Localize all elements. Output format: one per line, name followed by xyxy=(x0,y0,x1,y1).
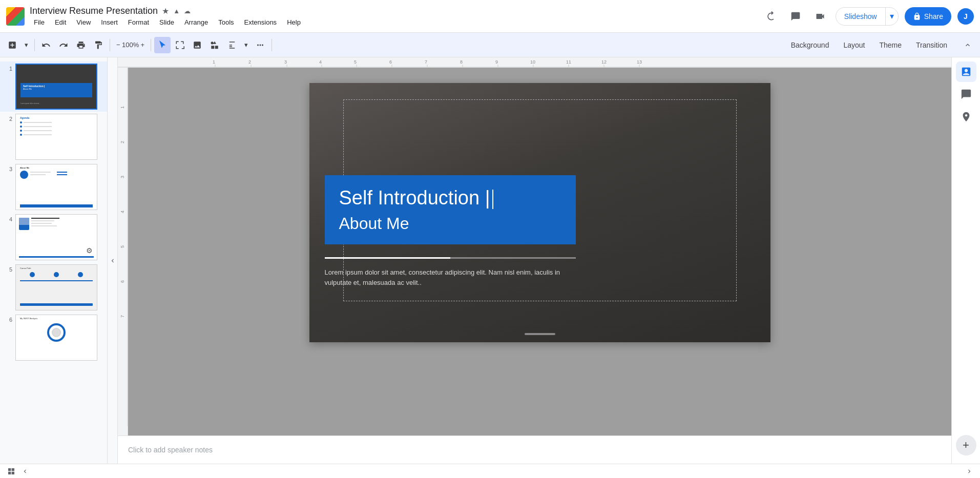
slide-thumb-2[interactable]: Agenda xyxy=(15,114,97,160)
google-slides-logo[interactable] xyxy=(6,7,25,26)
svg-text:11: 11 xyxy=(566,59,571,65)
redo-button[interactable] xyxy=(55,37,72,53)
transition-button[interactable]: Transition xyxy=(910,37,953,53)
select-tool-button[interactable] xyxy=(172,37,188,53)
slide-item-1[interactable]: 1 Self Introduction | About Me Lorem ips… xyxy=(0,61,107,112)
slide-thumb-3[interactable]: About Me xyxy=(15,164,97,210)
drive-icon[interactable]: ▲ xyxy=(173,7,180,15)
menu-edit[interactable]: Edit xyxy=(51,17,70,27)
insert-image-button[interactable] xyxy=(189,37,205,53)
present-button[interactable] xyxy=(811,7,829,26)
expand-panel-button[interactable] xyxy=(963,467,976,476)
svg-text:1: 1 xyxy=(213,59,215,65)
collapse-panel-button[interactable] xyxy=(108,57,118,464)
slide-item-3[interactable]: 3 About Me xyxy=(0,162,107,212)
collapse-filmstrip-button[interactable] xyxy=(18,467,32,476)
share-button[interactable]: Share xyxy=(905,7,951,26)
slideshow-button[interactable]: Slideshow ▾ xyxy=(836,7,899,26)
slide-thumb-1[interactable]: Self Introduction | About Me Lorem ipsum… xyxy=(15,64,97,110)
menu-bar: File Edit View Insert Format Slide Arran… xyxy=(30,17,762,27)
theme-button[interactable]: Theme xyxy=(873,37,908,53)
svg-text:6: 6 xyxy=(389,59,392,65)
menu-slide[interactable]: Slide xyxy=(155,17,178,27)
slide-grid-view-button[interactable] xyxy=(4,466,18,476)
svg-text:1: 1 xyxy=(120,106,125,109)
slide-item-2[interactable]: 2 Agenda xyxy=(0,112,107,162)
history-button[interactable] xyxy=(762,7,780,26)
menu-format[interactable]: Format xyxy=(124,17,153,27)
cloud-save-icon[interactable]: ☁ xyxy=(184,7,191,15)
menu-insert[interactable]: Insert xyxy=(97,17,122,27)
svg-text:2: 2 xyxy=(120,141,125,143)
menu-arrange[interactable]: Arrange xyxy=(180,17,212,27)
document-title[interactable]: Interview Resume Presentation xyxy=(30,6,158,16)
zoom-in-icon[interactable]: + xyxy=(141,41,145,49)
slide-item-6[interactable]: 6 My SWOT Analysis xyxy=(0,313,107,363)
slideshow-dropdown-arrow[interactable]: ▾ xyxy=(885,8,898,25)
cursor-tool-button[interactable] xyxy=(154,37,171,53)
menu-view[interactable]: View xyxy=(72,17,95,27)
svg-text:3: 3 xyxy=(120,176,125,178)
slide-blue-banner[interactable]: Self Introduction | About Me xyxy=(325,175,576,244)
svg-text:6: 6 xyxy=(120,280,125,283)
doc-title-row: Interview Resume Presentation ★ ▲ ☁ xyxy=(30,6,762,16)
notes-area[interactable]: Click to add speaker notes xyxy=(118,435,951,464)
menu-extensions[interactable]: Extensions xyxy=(240,17,281,27)
svg-text:4: 4 xyxy=(120,211,125,213)
sidebar-add-button[interactable]: + xyxy=(956,435,976,455)
bottom-bar xyxy=(0,464,980,478)
slide-thumb-5[interactable]: Career Path xyxy=(15,264,97,310)
zoom-out-icon[interactable]: − xyxy=(116,41,120,49)
separator-4 xyxy=(272,39,272,51)
toolbar: ▾ − 100% + ▾ Background Layout Theme Tr xyxy=(0,33,980,57)
slide-lorem-text[interactable]: Lorem ipsum dolor sit amet, consectetur … xyxy=(325,267,576,287)
slide-number-4: 4 xyxy=(4,216,12,222)
insert-shape-button[interactable] xyxy=(206,37,223,53)
menu-file[interactable]: File xyxy=(30,17,49,27)
svg-text:8: 8 xyxy=(460,59,463,65)
menu-help[interactable]: Help xyxy=(283,17,305,27)
comments-button[interactable] xyxy=(786,7,805,26)
svg-text:2: 2 xyxy=(248,59,251,65)
new-slide-arrow[interactable]: ▾ xyxy=(22,37,31,53)
sidebar-contacts-button[interactable] xyxy=(956,84,976,105)
insert-line-button[interactable] xyxy=(224,37,240,53)
svg-text:5: 5 xyxy=(354,59,357,65)
slide-editor-area[interactable]: Self Introduction | About Me Lorem ipsum… xyxy=(128,68,951,435)
slide-thumb-4[interactable]: ⚙ xyxy=(15,214,97,260)
collapse-toolbar-button[interactable] xyxy=(960,37,976,53)
user-avatar[interactable]: J xyxy=(957,8,974,25)
star-icon[interactable]: ★ xyxy=(162,6,169,16)
right-sidebar: + xyxy=(951,57,980,464)
slide-canvas[interactable]: Self Introduction | About Me Lorem ipsum… xyxy=(309,83,770,342)
more-tools-button[interactable] xyxy=(252,37,268,53)
slide-page-indicator xyxy=(525,333,555,335)
svg-text:4: 4 xyxy=(319,59,322,65)
zoom-value[interactable]: 100% xyxy=(121,41,140,49)
background-button[interactable]: Background xyxy=(785,37,836,53)
paint-format-button[interactable] xyxy=(90,37,107,53)
line-type-arrow[interactable]: ▾ xyxy=(241,37,251,53)
svg-text:7: 7 xyxy=(120,315,125,318)
slide-number-6: 6 xyxy=(4,317,12,323)
slide-thumb-6[interactable]: My SWOT Analysis xyxy=(15,315,97,361)
slide-panel: 1 Self Introduction | About Me Lorem ips… xyxy=(0,57,108,464)
svg-text:13: 13 xyxy=(637,59,642,65)
toolbar-slide-options: Background Layout Theme Transition xyxy=(785,37,976,53)
slide-item-4[interactable]: 4 ⚙ xyxy=(0,212,107,262)
print-button[interactable] xyxy=(73,37,89,53)
svg-text:10: 10 xyxy=(530,59,535,65)
sidebar-sheets-button[interactable] xyxy=(956,61,976,82)
sidebar-analytics-button[interactable] xyxy=(956,107,976,127)
slideshow-label[interactable]: Slideshow xyxy=(836,8,885,25)
notes-placeholder-text[interactable]: Click to add speaker notes xyxy=(128,446,213,454)
new-slide-button[interactable] xyxy=(4,37,20,53)
undo-button[interactable] xyxy=(38,37,54,53)
zoom-control[interactable]: − 100% + xyxy=(113,37,148,53)
layout-button[interactable]: Layout xyxy=(837,37,871,53)
slide-item-5[interactable]: 5 Career Path xyxy=(0,262,107,313)
svg-text:3: 3 xyxy=(284,59,287,65)
slide-title-text: Self Introduction | xyxy=(339,186,561,210)
separator-2 xyxy=(110,39,110,51)
menu-tools[interactable]: Tools xyxy=(214,17,238,27)
